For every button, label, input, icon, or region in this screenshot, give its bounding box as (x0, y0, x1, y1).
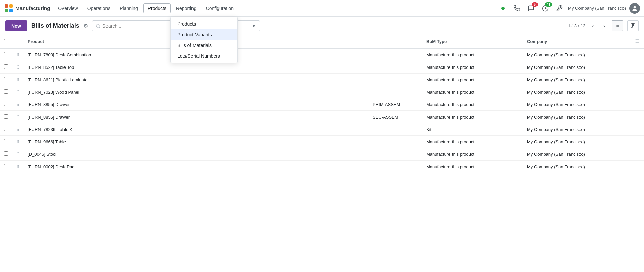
row-checkbox[interactable] (4, 114, 8, 119)
svg-line-7 (99, 27, 100, 28)
row-product[interactable]: [FURN_8855] Drawer (24, 111, 369, 123)
row-bom-type: Manufacture this product (422, 48, 523, 61)
row-reference (369, 148, 422, 161)
prev-page-button[interactable]: ‹ (589, 21, 596, 30)
table-row[interactable]: ⠿ [FURN_8621] Plastic Laminate Manufactu… (0, 74, 644, 86)
status-dot (501, 7, 505, 10)
header-company[interactable]: Company (523, 35, 631, 48)
select-all-checkbox[interactable] (4, 39, 8, 43)
avatar-icon (631, 5, 638, 12)
drag-handle-icon[interactable]: ⠿ (16, 65, 19, 70)
row-drag-handle-cell: ⠿ (12, 74, 24, 86)
table-container: Product BoM Type Company ⠿ [FURN_7800] D… (0, 35, 644, 173)
status-indicator[interactable] (498, 3, 508, 14)
drag-handle-icon[interactable]: ⠿ (16, 90, 19, 95)
svg-rect-3 (9, 9, 13, 12)
secondary-bar: New Bills of Materials ⚙ ▾ 1-13 / 13 ‹ › (0, 17, 644, 35)
row-drag-handle-cell: ⠿ (12, 161, 24, 173)
dropdown-item-lots-serial-numbers[interactable]: Lots/Serial Numbers (171, 51, 237, 61)
drag-handle-icon[interactable]: ⠿ (16, 140, 19, 144)
row-checkbox[interactable] (4, 64, 8, 69)
row-bom-type: Kit (422, 123, 523, 136)
drag-handle-icon[interactable]: ⠿ (16, 53, 19, 57)
row-product[interactable]: [FURN_8621] Plastic Laminate (24, 74, 369, 86)
row-company: My Company (San Francisco) (523, 123, 631, 136)
drag-handle-icon[interactable]: ⠿ (16, 127, 19, 132)
wrench-icon (556, 5, 563, 12)
activity-icon-btn[interactable]: 41 (540, 3, 551, 14)
row-product[interactable]: [FURN_8855] Drawer (24, 98, 369, 111)
next-page-button[interactable]: › (601, 21, 608, 30)
top-navigation: Manufacturing Overview Operations Planni… (0, 0, 644, 17)
table-row[interactable]: ⠿ [FURN_8855] Drawer SEC-ASSEM Manufactu… (0, 111, 644, 123)
phone-icon-btn[interactable] (512, 3, 522, 14)
dropdown-item-bills-of-materials[interactable]: Bills of Materials (171, 40, 237, 51)
row-reference (369, 61, 422, 74)
header-col-settings[interactable] (631, 35, 644, 48)
row-checkbox-cell (0, 86, 12, 98)
table-row[interactable]: ⠿ [D_0045] Stool Manufacture this produc… (0, 148, 644, 161)
row-drag-handle-cell: ⠿ (12, 136, 24, 148)
row-product[interactable]: [FURN_7023] Wood Panel (24, 86, 369, 98)
row-checkbox-cell (0, 111, 12, 123)
row-checkbox[interactable] (4, 139, 8, 143)
user-avatar[interactable] (629, 3, 640, 14)
list-view-button[interactable] (612, 20, 623, 31)
nav-overview[interactable]: Overview (54, 4, 82, 13)
row-checkbox-cell (0, 161, 12, 173)
dropdown-item-products[interactable]: Products (171, 18, 237, 29)
page-settings-icon[interactable]: ⚙ (83, 22, 88, 29)
row-company: My Company (San Francisco) (523, 86, 631, 98)
nav-products[interactable]: Products (143, 3, 171, 13)
row-checkbox[interactable] (4, 164, 8, 168)
new-button[interactable]: New (5, 20, 27, 31)
table-row[interactable]: ⠿ [FURN_7023] Wood Panel Manufacture thi… (0, 86, 644, 98)
row-reference (369, 136, 422, 148)
row-checkbox[interactable] (4, 52, 8, 56)
column-settings-icon (635, 38, 640, 44)
row-checkbox[interactable] (4, 102, 8, 106)
app-logo[interactable]: Manufacturing (4, 4, 50, 13)
row-company: My Company (San Francisco) (523, 98, 631, 111)
table-row[interactable]: ⠿ [FURN_7800] Desk Combination Manufactu… (0, 48, 644, 61)
svg-rect-15 (633, 23, 635, 26)
activity-badge: 41 (545, 2, 552, 7)
row-reference (369, 86, 422, 98)
nav-reporting[interactable]: Reporting (172, 4, 201, 13)
nav-planning[interactable]: Planning (116, 4, 142, 13)
drag-handle-icon[interactable]: ⠿ (16, 115, 19, 120)
drag-handle-icon[interactable]: ⠿ (16, 102, 19, 107)
row-settings-cell (631, 48, 644, 61)
search-dropdown-btn[interactable]: ▾ (251, 22, 256, 29)
kanban-view-button[interactable] (627, 20, 639, 31)
drag-handle-icon[interactable]: ⠿ (16, 78, 19, 82)
row-checkbox[interactable] (4, 89, 8, 94)
nav-configuration[interactable]: Configuration (202, 4, 238, 13)
table-row[interactable]: ⠿ [FURN_78236] Table Kit Kit My Company … (0, 123, 644, 136)
drag-handle-icon[interactable]: ⠿ (16, 152, 19, 157)
row-product[interactable]: [D_0045] Stool (24, 148, 369, 161)
table-row[interactable]: ⠿ [FURN_0002] Desk Pad Manufacture this … (0, 161, 644, 173)
table-row[interactable]: ⠿ [FURN_9666] Table Manufacture this pro… (0, 136, 644, 148)
products-dropdown-menu: Products Product Variants Bills of Mater… (170, 17, 238, 63)
row-product[interactable]: [FURN_78236] Table Kit (24, 123, 369, 136)
bom-table: Product BoM Type Company ⠿ [FURN_7800] D… (0, 35, 644, 173)
table-row[interactable]: ⠿ [FURN_8855] Drawer PRIM-ASSEM Manufact… (0, 98, 644, 111)
header-bom-type[interactable]: BoM Type (422, 35, 523, 48)
table-row[interactable]: ⠿ [FURN_8522] Table Top Manufacture this… (0, 61, 644, 74)
dropdown-item-product-variants[interactable]: Product Variants (171, 29, 237, 40)
drag-handle-icon[interactable]: ⠿ (16, 165, 19, 169)
row-product[interactable]: [FURN_0002] Desk Pad (24, 161, 369, 173)
svg-rect-0 (5, 4, 8, 8)
header-checkbox-col (0, 35, 12, 48)
row-checkbox[interactable] (4, 151, 8, 156)
settings-icon-btn[interactable] (554, 3, 565, 14)
logo-icon (4, 4, 13, 13)
nav-operations[interactable]: Operations (83, 4, 114, 13)
row-company: My Company (San Francisco) (523, 48, 631, 61)
chat-icon-btn[interactable]: 5 (526, 3, 536, 14)
row-checkbox[interactable] (4, 127, 8, 131)
row-product[interactable]: [FURN_9666] Table (24, 136, 369, 148)
row-company: My Company (San Francisco) (523, 111, 631, 123)
row-checkbox[interactable] (4, 77, 8, 81)
